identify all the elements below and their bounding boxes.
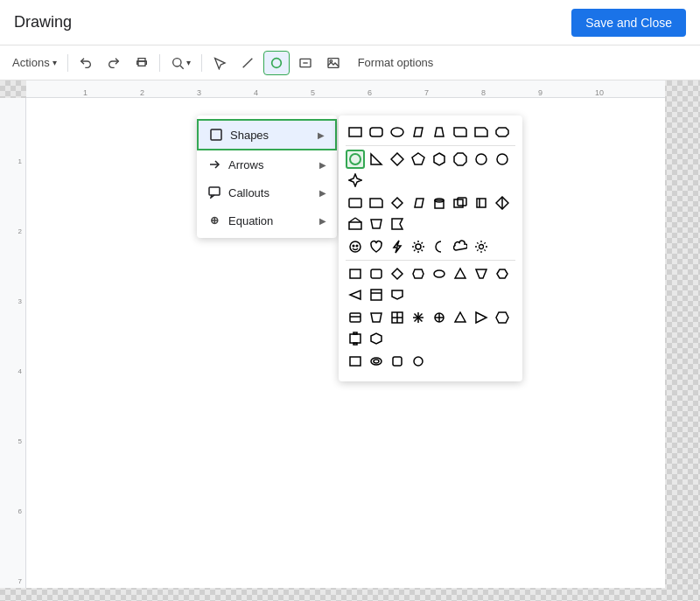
- svg-point-1: [172, 58, 180, 66]
- shape-extra-8[interactable]: [493, 308, 512, 327]
- menu-item-arrows[interactable]: Arrows ▶: [197, 150, 337, 178]
- save-and-close-button[interactable]: Save and Close: [571, 9, 686, 37]
- shape-extra-6[interactable]: [451, 308, 470, 327]
- shape-hexagon[interactable]: [430, 150, 449, 169]
- shape-heart[interactable]: [367, 237, 386, 256]
- shape-ellipse-rect[interactable]: [388, 122, 407, 142]
- shape-extra-10[interactable]: [367, 329, 386, 348]
- shape-decagon[interactable]: [472, 150, 491, 169]
- shape-flow-10[interactable]: [367, 285, 386, 304]
- shape-diamond-b[interactable]: [388, 193, 407, 213]
- shape-final-3[interactable]: [388, 352, 407, 371]
- shape-extra-3[interactable]: [388, 308, 407, 327]
- redo-button[interactable]: [102, 51, 126, 75]
- svg-marker-17: [454, 128, 466, 136]
- shape-flow-6[interactable]: [451, 264, 470, 283]
- shape-flow-7[interactable]: [472, 264, 491, 283]
- select-tool-button[interactable]: [207, 51, 232, 75]
- menu-item-equation[interactable]: ⊕ Equation ▶: [197, 206, 337, 234]
- shape-moon[interactable]: [430, 237, 449, 256]
- shape-one-snip[interactable]: [472, 122, 491, 142]
- svg-marker-16: [435, 128, 444, 136]
- shape-flow-4[interactable]: [409, 264, 428, 283]
- shape-extra-2[interactable]: [367, 308, 386, 327]
- svg-marker-37: [477, 199, 486, 207]
- shapes-row-6: [346, 308, 515, 348]
- shape-cloud[interactable]: [451, 237, 470, 256]
- shape-circle[interactable]: [346, 150, 365, 169]
- shape-flow-3[interactable]: [388, 264, 407, 283]
- shapes-divider-1: [346, 145, 515, 146]
- svg-marker-90: [354, 343, 357, 345]
- shape-gear[interactable]: [472, 237, 491, 256]
- arrows-menu-label: Arrows: [228, 158, 263, 171]
- image-icon: [326, 56, 340, 70]
- menu-item-shapes[interactable]: Shapes ▶: [197, 119, 337, 150]
- shape-process[interactable]: [472, 193, 491, 213]
- shape-extra-1[interactable]: [346, 308, 365, 327]
- svg-rect-60: [350, 269, 360, 278]
- shape-pentagon[interactable]: [409, 150, 428, 169]
- shape-menu-container: Shapes ▶ Arrows ▶: [197, 115, 337, 238]
- shape-triangle-right[interactable]: [367, 150, 386, 169]
- shape-parallelogram-b[interactable]: [409, 193, 428, 213]
- print-icon: [135, 56, 149, 70]
- shape-queue[interactable]: [451, 193, 470, 213]
- svg-point-64: [434, 270, 444, 277]
- shape-parallelogram[interactable]: [409, 122, 428, 142]
- undo-button[interactable]: [74, 51, 98, 75]
- shape-flow-9[interactable]: [346, 285, 365, 304]
- ruler-h-label-5: 5: [311, 88, 315, 97]
- shape-bolt[interactable]: [388, 237, 407, 256]
- text-tool-button[interactable]: [293, 51, 318, 75]
- shape-octagon[interactable]: [451, 150, 470, 169]
- zoom-button[interactable]: ▾: [165, 51, 196, 75]
- separator-1: [67, 54, 68, 72]
- shape-flow-2[interactable]: [367, 264, 386, 283]
- shape-flow-8[interactable]: [493, 264, 512, 283]
- actions-menu-button[interactable]: Actions ▾: [7, 52, 62, 73]
- svg-marker-89: [354, 332, 357, 334]
- shape-smiley[interactable]: [346, 237, 365, 256]
- svg-marker-31: [392, 198, 402, 208]
- shape-flow-1[interactable]: [346, 264, 365, 283]
- shape-rect-b[interactable]: [346, 193, 365, 213]
- shape-flow-11[interactable]: [388, 285, 407, 304]
- menu-item-callouts[interactable]: Callouts ▶: [197, 178, 337, 206]
- ruler-v-label-6: 6: [18, 507, 22, 515]
- shape-rect-snip2[interactable]: [367, 193, 386, 213]
- actions-dropdown-icon: ▾: [52, 58, 57, 67]
- ruler-v-label-3: 3: [18, 297, 22, 305]
- shape-snipped-rect[interactable]: [451, 122, 470, 142]
- shape-final-2[interactable]: [367, 352, 386, 371]
- text-icon: [298, 56, 312, 70]
- format-options-button[interactable]: Format options: [353, 52, 439, 73]
- line-tool-button[interactable]: [235, 51, 260, 75]
- print-button[interactable]: [130, 51, 154, 75]
- shape-final-4[interactable]: [409, 352, 428, 371]
- shape-flow-b[interactable]: [493, 193, 512, 213]
- shape-star-4[interactable]: [346, 171, 365, 190]
- shape-sun[interactable]: [409, 237, 428, 256]
- image-tool-button[interactable]: [321, 51, 346, 75]
- shapes-row-5: [346, 264, 515, 304]
- svg-rect-0: [138, 61, 145, 66]
- svg-point-96: [414, 357, 423, 366]
- shape-data-flow[interactable]: [346, 214, 365, 234]
- shape-flag[interactable]: [388, 214, 407, 234]
- shape-diamond[interactable]: [388, 150, 407, 169]
- shape-rectangle[interactable]: [346, 122, 365, 142]
- shape-12gon[interactable]: [493, 150, 512, 169]
- shape-final-1[interactable]: [346, 352, 365, 371]
- shape-rounded-rect[interactable]: [367, 122, 386, 142]
- shape-flow-5[interactable]: [430, 264, 449, 283]
- shape-extra-9[interactable]: [346, 329, 365, 348]
- shape-tool-button[interactable]: [263, 51, 290, 75]
- shape-extra-5[interactable]: [430, 308, 449, 327]
- shape-extra-4[interactable]: [409, 308, 428, 327]
- shape-two-snip[interactable]: [493, 122, 512, 142]
- shape-cylinder[interactable]: [430, 193, 449, 213]
- shape-crescent[interactable]: [367, 214, 386, 234]
- shape-trap[interactable]: [430, 122, 449, 142]
- shape-extra-7[interactable]: [472, 308, 491, 327]
